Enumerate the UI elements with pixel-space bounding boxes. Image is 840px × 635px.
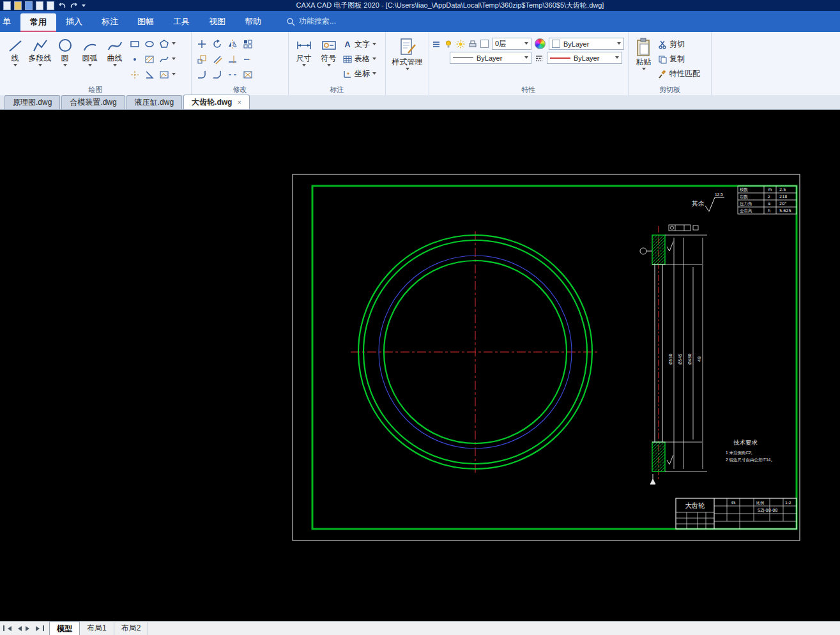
dimension-lines[interactable] bbox=[665, 235, 707, 471]
color-wheel-icon[interactable] bbox=[535, 38, 546, 49]
tab-insert[interactable]: 插入 bbox=[56, 11, 92, 32]
polyline-dropdown-icon[interactable] bbox=[38, 64, 42, 68]
color-select[interactable]: ByLayer bbox=[549, 38, 624, 50]
center-lines[interactable] bbox=[351, 231, 599, 475]
previous-sheet-icon[interactable] bbox=[15, 626, 22, 631]
coordinate-dropdown-icon[interactable] bbox=[372, 72, 376, 77]
point-tool-icon[interactable] bbox=[127, 52, 142, 67]
paste-button[interactable]: 粘贴 bbox=[631, 34, 656, 72]
sheet-navigation bbox=[3, 625, 44, 631]
array-tool-icon[interactable] bbox=[240, 36, 256, 52]
linetype-select[interactable]: ByLayer bbox=[450, 52, 531, 64]
copy-button[interactable]: 复制 bbox=[656, 52, 702, 66]
doc-tab-hemozhuangzhi[interactable]: 合模装置.dwg bbox=[61, 95, 125, 109]
polyline-button[interactable]: 多段线 bbox=[27, 34, 52, 68]
linetype-select-dropdown-icon bbox=[524, 56, 528, 61]
polygon-tool-icon[interactable] bbox=[157, 36, 171, 52]
doc-tab-yuanlitu[interactable]: 原理图.dwg bbox=[4, 95, 60, 109]
draw-more-dropdown-icon[interactable] bbox=[172, 73, 176, 77]
draw-more-dropdown-icon[interactable] bbox=[172, 57, 176, 62]
new-file-icon[interactable] bbox=[3, 1, 11, 10]
rotate-tool-icon[interactable] bbox=[210, 36, 225, 52]
dimension-button[interactable]: 尺寸 bbox=[291, 34, 316, 68]
draw-more-dropdown-icon[interactable] bbox=[172, 42, 176, 47]
tab-view[interactable]: 视图 bbox=[199, 11, 235, 32]
close-tab-icon[interactable]: × bbox=[237, 98, 241, 106]
scale-tool-icon[interactable] bbox=[194, 52, 210, 67]
move-tool-icon[interactable] bbox=[194, 36, 210, 52]
match-properties-button[interactable]: 特性匹配 bbox=[656, 67, 702, 80]
color-select-dropdown-icon bbox=[617, 42, 621, 47]
symbol-button[interactable]: 符号 bbox=[316, 34, 341, 68]
layer-on-bulb-icon[interactable] bbox=[444, 40, 453, 49]
circle-dropdown-icon[interactable] bbox=[63, 64, 67, 68]
offset-tool-icon[interactable] bbox=[210, 52, 225, 67]
coordinate-tool-button[interactable]: 坐标 bbox=[341, 67, 378, 80]
line-dropdown-icon[interactable] bbox=[13, 64, 17, 68]
table-dropdown-icon[interactable] bbox=[372, 57, 376, 62]
doc-tab-yeyagang[interactable]: 液压缸.dwg bbox=[126, 95, 182, 109]
angle-tool-icon[interactable] bbox=[142, 67, 157, 82]
tab-home[interactable]: 常用 bbox=[20, 13, 56, 32]
tab-layout1[interactable]: 布局1 bbox=[80, 622, 114, 635]
drawing-canvas[interactable]: Ø550 Ø545 Ø480 48 其余 12.5 bbox=[0, 110, 840, 621]
layer-select[interactable]: 0层 bbox=[492, 38, 531, 50]
table-tool-button[interactable]: 表格 bbox=[341, 52, 378, 66]
redo-icon[interactable] bbox=[70, 1, 79, 10]
layer-select-value: 0层 bbox=[495, 39, 506, 49]
title-block[interactable]: 大齿轮 45 比例 1:2 SZJ-08-08 bbox=[676, 498, 797, 529]
chamfer-tool-icon[interactable] bbox=[210, 67, 225, 82]
layer-color-swatch-icon[interactable] bbox=[480, 40, 489, 48]
erase-tool-icon[interactable] bbox=[240, 67, 256, 82]
tab-sheet[interactable]: 图幅 bbox=[128, 11, 164, 32]
tab-help[interactable]: 帮助 bbox=[235, 11, 271, 32]
layer-thaw-sun-icon[interactable] bbox=[456, 40, 465, 49]
tab-menu[interactable]: 单 bbox=[0, 11, 20, 32]
extend-tool-icon[interactable] bbox=[240, 52, 256, 67]
cut-button[interactable]: 剪切 bbox=[656, 38, 702, 51]
arc-button[interactable]: 圆弧 bbox=[77, 34, 102, 68]
image-tool-icon[interactable] bbox=[157, 67, 171, 82]
style-manager-button[interactable]: 样式管理 bbox=[389, 34, 426, 72]
text-tool-button[interactable]: A 文字 bbox=[341, 38, 378, 51]
spline-tool-icon[interactable] bbox=[157, 52, 171, 67]
curve-dropdown-icon[interactable] bbox=[113, 64, 117, 68]
circle-button[interactable]: 圆 bbox=[52, 34, 77, 68]
centerline-tool-icon[interactable] bbox=[127, 67, 142, 82]
tab-layout2[interactable]: 布局2 bbox=[114, 622, 149, 635]
drawing-frame[interactable] bbox=[312, 186, 797, 529]
tab-tools[interactable]: 工具 bbox=[164, 11, 199, 32]
tab-annotate[interactable]: 标注 bbox=[92, 11, 128, 32]
dimension-dropdown-icon[interactable] bbox=[302, 64, 306, 68]
next-sheet-icon[interactable] bbox=[26, 626, 32, 631]
style-manager-dropdown-icon[interactable] bbox=[406, 68, 409, 72]
fillet-tool-icon[interactable] bbox=[194, 67, 210, 82]
open-file-icon[interactable] bbox=[14, 1, 22, 10]
ellipse-tool-icon[interactable] bbox=[142, 36, 157, 52]
save-all-icon[interactable] bbox=[36, 1, 43, 10]
line-button[interactable]: 线 bbox=[3, 34, 27, 68]
first-sheet-icon[interactable] bbox=[3, 625, 11, 631]
curve-button[interactable]: 曲线 bbox=[102, 34, 127, 68]
break-tool-icon[interactable] bbox=[225, 67, 240, 82]
lineweight-select[interactable]: ByLayer bbox=[547, 52, 622, 64]
doc-tab-dachilun[interactable]: 大齿轮.dwg × bbox=[183, 95, 250, 109]
symbol-dropdown-icon[interactable] bbox=[327, 64, 331, 68]
last-sheet-icon[interactable] bbox=[36, 625, 44, 631]
layers-icon[interactable] bbox=[432, 40, 441, 49]
arc-dropdown-icon[interactable] bbox=[88, 64, 92, 68]
hatch-tool-icon[interactable] bbox=[142, 52, 157, 67]
rectangle-tool-icon[interactable] bbox=[127, 36, 142, 52]
tab-model-space[interactable]: 模型 bbox=[49, 622, 80, 635]
mirror-tool-icon[interactable] bbox=[225, 36, 240, 52]
plot-printer-icon[interactable] bbox=[468, 40, 477, 49]
text-dropdown-icon[interactable] bbox=[372, 43, 376, 47]
save-icon[interactable] bbox=[25, 1, 33, 10]
print-icon[interactable] bbox=[47, 1, 54, 10]
paste-dropdown-icon[interactable] bbox=[642, 68, 646, 72]
model-space[interactable]: Ø550 Ø545 Ø480 48 其余 12.5 bbox=[0, 110, 840, 621]
function-search[interactable]: 功能搜索... bbox=[286, 11, 336, 32]
trim-tool-icon[interactable] bbox=[225, 52, 240, 67]
linetype-list-icon[interactable] bbox=[535, 54, 544, 63]
undo-icon[interactable] bbox=[57, 1, 66, 10]
